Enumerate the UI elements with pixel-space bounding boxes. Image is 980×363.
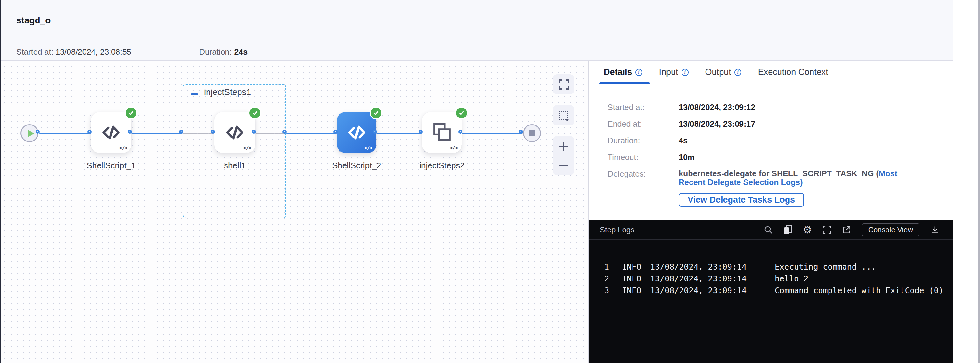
success-badge-icon: [455, 106, 468, 119]
info-icon[interactable]: i: [734, 69, 741, 76]
tab-input[interactable]: Input i: [659, 61, 689, 84]
port: [519, 130, 523, 134]
step-logs-header: Step Logs ⚙: [589, 220, 953, 240]
active-tab-underline: [599, 82, 650, 84]
stop-icon: [529, 130, 535, 136]
code-mini-icon: </>: [450, 145, 458, 151]
detail-value: 10m: [679, 153, 695, 162]
group-label[interactable]: injectSteps1: [204, 87, 251, 97]
detail-row-ended: Ended at: 13/08/2024, 23:09:17: [608, 119, 953, 129]
tab-execution-context[interactable]: Execution Context: [758, 61, 828, 84]
step-label: shell1: [224, 161, 246, 171]
vertical-scrollbar[interactable]: [978, 0, 980, 363]
step-label: ShellScript_1: [86, 161, 135, 171]
download-icon[interactable]: [929, 224, 940, 235]
detail-row-duration: Duration: 4s: [608, 136, 953, 145]
tab-label: Output: [705, 67, 731, 77]
log-lines[interactable]: 1 INFO 13/08/2024, 23:09:14 Executing co…: [589, 240, 953, 296]
step-node-shell1[interactable]: </> shell1: [214, 112, 255, 153]
stage-duration: Duration:24s: [199, 48, 248, 57]
success-badge-icon: [369, 106, 382, 119]
pipeline-start-node[interactable]: [21, 124, 38, 142]
fullscreen-icon[interactable]: [821, 224, 832, 235]
console-view-button[interactable]: Console View: [862, 224, 920, 236]
duration-value: 24s: [234, 48, 248, 56]
pipeline-canvas[interactable]: injectSteps1 </> ShellScript_1: [0, 61, 588, 363]
step-details-panel: Details i Input i Output i Execution Con…: [588, 61, 953, 363]
step-card[interactable]: </>: [337, 112, 376, 153]
port: [211, 130, 215, 134]
started-label: Started at:: [16, 48, 53, 56]
log-timestamp: 13/08/2024, 23:09:14: [650, 285, 775, 296]
fit-to-screen-button[interactable]: [553, 74, 574, 94]
pipeline-end-node[interactable]: [523, 124, 541, 142]
marquee-select-button[interactable]: [553, 105, 574, 125]
started-value: 13/08/2024, 23:08:55: [56, 48, 131, 56]
log-line: 3 INFO 13/08/2024, 23:09:14 Command comp…: [605, 285, 953, 296]
step-label: injectSteps2: [419, 161, 465, 171]
detail-label: Ended at:: [608, 119, 679, 129]
log-message: hello_2: [775, 273, 808, 285]
copy-icon[interactable]: [783, 224, 793, 235]
step-node-injectsteps2[interactable]: </> injectSteps2: [422, 112, 462, 153]
detail-label: Duration:: [608, 136, 679, 145]
step-logs-panel: Step Logs ⚙: [589, 220, 953, 363]
port: [458, 130, 463, 134]
log-line: 2 INFO 13/08/2024, 23:09:14 hello_2: [605, 273, 953, 285]
step-node-shellscript1[interactable]: </> ShellScript_1: [91, 112, 131, 153]
info-icon[interactable]: i: [635, 69, 643, 76]
group-steps-icon: [432, 122, 452, 143]
stage-started-at: Started at: 13/08/2024, 23:08:55: [16, 48, 131, 57]
tab-output[interactable]: Output i: [705, 61, 741, 84]
settings-gear-icon[interactable]: ⚙: [802, 224, 813, 235]
log-line-number: 2: [605, 273, 622, 285]
step-label: ShellScript_2: [332, 161, 381, 171]
collapse-group-icon[interactable]: [191, 94, 198, 95]
detail-label: Timeout:: [608, 153, 679, 162]
detail-label: Delegates:: [608, 169, 679, 207]
edge-shellscript1-to-group: [131, 133, 183, 134]
info-icon[interactable]: i: [681, 69, 689, 76]
port: [282, 130, 286, 134]
right-gutter: [953, 0, 980, 363]
detail-row-timeout: Timeout: 10m: [608, 153, 953, 162]
log-level: INFO: [622, 285, 650, 296]
duration-label: Duration:: [199, 48, 232, 56]
search-icon[interactable]: [763, 224, 774, 235]
step-card[interactable]: </>: [214, 112, 255, 153]
details-tabs: Details i Input i Output i Execution Con…: [589, 61, 953, 84]
delegates-value: kubernetes-delegate for SHELL_SCRIPT_TAS…: [679, 169, 917, 207]
open-in-new-icon[interactable]: [841, 224, 852, 235]
delegates-text: kubernetes-delegate for SHELL_SCRIPT_TAS…: [679, 169, 879, 178]
step-card[interactable]: </>: [91, 112, 131, 153]
code-mini-icon: </>: [364, 145, 372, 151]
left-nav-edge: [0, 0, 1, 363]
tab-label: Input: [659, 67, 678, 77]
log-line-number: 3: [605, 285, 622, 296]
edge-start-to-shellscript1: [39, 133, 91, 134]
zoom-out-button[interactable]: −: [558, 159, 570, 173]
detail-value: 4s: [679, 136, 687, 145]
log-line-number: 1: [605, 261, 622, 273]
code-mini-icon: </>: [243, 145, 251, 151]
detail-label: Started at:: [608, 103, 679, 112]
log-message: Executing command ...: [775, 261, 876, 273]
tab-label: Details: [604, 67, 632, 77]
log-level: INFO: [622, 273, 650, 285]
detail-value: 13/08/2024, 23:09:17: [679, 119, 755, 129]
zoom-in-button[interactable]: +: [558, 139, 570, 153]
tab-details[interactable]: Details i: [604, 61, 643, 84]
edge-shellscript2-to-injectsteps2: [376, 133, 422, 134]
port: [128, 130, 132, 134]
step-logs-title: Step Logs: [600, 225, 635, 234]
view-delegate-tasks-logs-button[interactable]: View Delegate Tasks Logs: [679, 193, 804, 207]
port: [333, 130, 337, 134]
code-icon: [224, 122, 245, 143]
port: [179, 130, 183, 134]
step-node-shellscript2-selected[interactable]: </> ShellScript_2: [337, 112, 376, 153]
log-level: INFO: [622, 261, 650, 273]
log-timestamp: 13/08/2024, 23:09:14: [650, 273, 775, 285]
detail-value: 13/08/2024, 23:09:12: [679, 103, 755, 112]
step-card[interactable]: </>: [422, 112, 462, 153]
pipeline-execution-page: stagd_o Started at: 13/08/2024, 23:08:55…: [0, 0, 980, 363]
